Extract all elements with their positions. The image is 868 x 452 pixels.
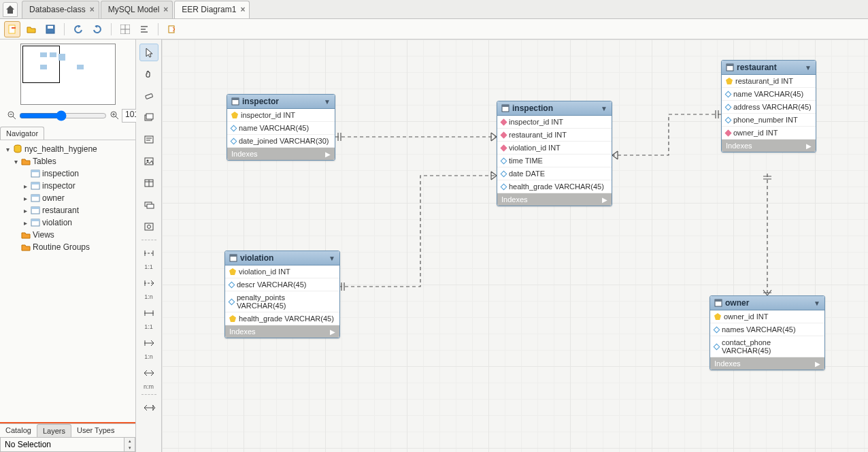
- svg-rect-66: [715, 300, 722, 302]
- view-tool[interactable]: [139, 196, 158, 214]
- entity-violation[interactable]: violation▼ violation_id INT descr VARCHA…: [224, 251, 340, 338]
- tool-label: 1:n: [144, 353, 153, 360]
- rel-n-m-tool[interactable]: [139, 364, 158, 382]
- selection-panel: ▴▾: [0, 437, 135, 452]
- chevron-down-icon[interactable]: ▼: [324, 98, 331, 106]
- redo-button[interactable]: [89, 21, 105, 37]
- text-tool[interactable]: [139, 131, 158, 148]
- navigator-tab[interactable]: Navigator: [0, 127, 44, 140]
- minimap[interactable]: [20, 44, 116, 105]
- tab-layers[interactable]: Layers: [37, 424, 71, 437]
- svg-rect-42: [145, 223, 153, 230]
- tree-table-violation[interactable]: ▸ violation: [1, 216, 134, 229]
- tree-table-inspector[interactable]: ▸ inspector: [1, 180, 134, 192]
- pointer-tool[interactable]: [139, 44, 158, 61]
- zoom-in-icon[interactable]: [110, 110, 119, 122]
- table-icon: [30, 169, 41, 178]
- table-icon: [726, 63, 734, 71]
- tab-catalog[interactable]: Catalog: [0, 424, 37, 437]
- home-tab[interactable]: [3, 2, 18, 17]
- database-icon: [12, 144, 23, 154]
- chevron-down-icon[interactable]: ▼: [814, 300, 820, 307]
- svg-rect-29: [145, 93, 152, 99]
- folder-icon: [20, 157, 31, 166]
- rel-one-one-nonid-tool[interactable]: [139, 244, 158, 262]
- image-tool[interactable]: [139, 152, 158, 170]
- tool-label: n:m: [144, 383, 154, 390]
- chevron-down-icon[interactable]: ▼: [329, 255, 335, 262]
- tree-label: owner: [42, 193, 65, 203]
- svg-rect-32: [145, 136, 153, 143]
- chevron-right-icon[interactable]: ▶: [815, 360, 820, 368]
- tree-routines[interactable]: Routine Groups: [1, 241, 134, 253]
- save-button[interactable]: [42, 21, 59, 37]
- entity-inspector[interactable]: inspector▼ inspector_id INT name VARCHAR…: [227, 94, 335, 161]
- close-icon[interactable]: ×: [240, 5, 245, 14]
- diagram-canvas[interactable]: inspector▼ inspector_id INT name VARCHAR…: [162, 39, 868, 452]
- entity-inspection[interactable]: inspection▼ inspector_id INT restaurant_…: [497, 101, 612, 206]
- key-icon: [714, 313, 721, 320]
- chevron-right-icon[interactable]: ▶: [330, 328, 335, 336]
- key-icon: [229, 268, 236, 275]
- entity-owner[interactable]: owner▼ owner_id INT names VARCHAR(45) co…: [710, 295, 825, 370]
- undo-button[interactable]: [70, 21, 86, 37]
- chevron-down-icon[interactable]: ▼: [805, 64, 812, 71]
- rel-one-one-id-tool[interactable]: [139, 304, 158, 322]
- svg-line-17: [116, 116, 118, 119]
- column-label: violation_id INT: [239, 268, 290, 276]
- rel-existing-tool[interactable]: [139, 399, 158, 417]
- key-icon: [231, 112, 238, 118]
- fk-icon: [501, 118, 507, 125]
- entity-restaurant[interactable]: restaurant▼ restaurant_id INT name VARCH…: [721, 60, 816, 152]
- svg-rect-62: [727, 64, 733, 66]
- tree-label: Tables: [33, 157, 56, 166]
- table-icon: [231, 97, 239, 106]
- export-button[interactable]: [164, 21, 180, 37]
- chevron-right-icon[interactable]: ▶: [325, 150, 331, 158]
- rel-one-n-nonid-tool[interactable]: [139, 274, 158, 292]
- rel-one-n-id-tool[interactable]: [139, 334, 158, 352]
- toolbar: [0, 19, 868, 39]
- table-tool[interactable]: [139, 174, 158, 192]
- layer-tool[interactable]: [139, 109, 158, 127]
- tab-database-class[interactable]: Database-class ×: [22, 1, 99, 18]
- tree-label: violation: [42, 218, 72, 227]
- close-icon[interactable]: ×: [90, 5, 95, 14]
- tab-usertypes[interactable]: User Types: [71, 424, 120, 437]
- chevron-right-icon[interactable]: ▶: [806, 142, 812, 150]
- align-button[interactable]: [136, 21, 152, 37]
- new-file-button[interactable]: [4, 21, 20, 37]
- svg-rect-58: [232, 98, 239, 100]
- tree-tables[interactable]: ▾ Tables: [1, 155, 134, 167]
- column-label: names VARCHAR(45): [722, 325, 796, 334]
- eraser-tool[interactable]: [139, 87, 158, 105]
- tree-table-restaurant[interactable]: ▸ restaurant: [1, 204, 134, 216]
- tab-eer-diagram[interactable]: EER Diagram1 ×: [174, 1, 250, 18]
- table-icon: [30, 218, 41, 227]
- open-file-button[interactable]: [23, 21, 39, 37]
- tab-mysql-model[interactable]: MySQL Model ×: [101, 1, 173, 18]
- diamond-icon: [501, 183, 507, 190]
- fk-icon: [501, 144, 507, 151]
- svg-rect-64: [230, 255, 237, 257]
- selection-input[interactable]: [0, 437, 124, 452]
- svg-rect-1: [12, 27, 16, 29]
- column-label: health_grade VARCHAR(45): [239, 314, 334, 323]
- chevron-right-icon[interactable]: ▶: [602, 196, 607, 204]
- grid-toggle-button[interactable]: [117, 21, 133, 37]
- tree-database[interactable]: ▾ nyc_health_hygiene: [1, 143, 134, 155]
- tree-views[interactable]: Views: [1, 229, 134, 241]
- tree-table-inspection[interactable]: inspection: [1, 167, 134, 180]
- diamond-icon: [714, 326, 720, 333]
- close-icon[interactable]: ×: [163, 5, 168, 14]
- zoom-out-icon[interactable]: [7, 110, 16, 122]
- routine-tool[interactable]: [139, 218, 158, 236]
- column-label: date DATE: [509, 170, 545, 178]
- selection-stepper[interactable]: ▴▾: [124, 437, 135, 452]
- svg-rect-22: [31, 182, 39, 184]
- tool-strip: 1:1 1:n 1:1 1:n n:m: [136, 39, 162, 452]
- zoom-slider[interactable]: [19, 110, 107, 121]
- chevron-down-icon[interactable]: ▼: [601, 105, 607, 112]
- tree-table-owner[interactable]: ▸ owner: [1, 192, 134, 204]
- hand-tool[interactable]: [139, 65, 158, 83]
